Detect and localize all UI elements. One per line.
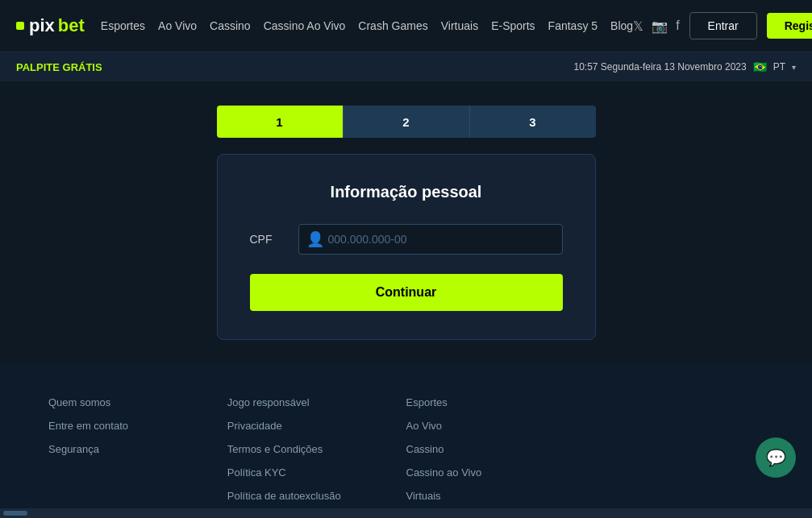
footer-cassino-ao-vivo[interactable]: Cassino ao Vivo xyxy=(406,466,585,479)
footer-politica-kyc[interactable]: Política KYC xyxy=(227,466,406,479)
nav-esportes[interactable]: Esportes xyxy=(101,19,145,32)
chat-icon: 💬 xyxy=(766,448,786,467)
logo-pix: pix xyxy=(29,15,55,36)
nav-blog[interactable]: Blog xyxy=(610,19,633,32)
lang-arrow-icon: ▾ xyxy=(792,63,796,72)
footer-esportes[interactable]: Esportes xyxy=(406,396,585,408)
cpf-row: CPF 👤 xyxy=(250,224,563,255)
footer-cassino[interactable]: Cassino xyxy=(406,443,585,455)
header: pixbet Esportes Ao Vivo Cassino Cassino … xyxy=(0,0,812,52)
facebook-icon[interactable]: f xyxy=(676,19,679,34)
social-icons: 𝕏 📷 f xyxy=(633,19,679,34)
main-nav: Esportes Ao Vivo Cassino Cassino Ao Vivo… xyxy=(101,19,633,32)
logo-dot xyxy=(16,22,24,30)
footer-politica-autoexclusao[interactable]: Política de autoexclusão xyxy=(227,490,406,502)
footer-col-4 xyxy=(585,396,764,518)
cpf-input-wrap: 👤 xyxy=(298,224,563,255)
footer-col-2: Jogo responsável Privacidade Termos e Co… xyxy=(227,396,406,518)
nav-cassino[interactable]: Cassino xyxy=(210,19,251,32)
form-title: Informação pessoal xyxy=(250,183,563,201)
instagram-icon[interactable]: 📷 xyxy=(652,19,668,34)
twitter-icon[interactable]: 𝕏 xyxy=(633,19,643,34)
nav-e-sports[interactable]: E-Sports xyxy=(491,19,535,32)
step-1[interactable]: 1 xyxy=(217,106,343,138)
topbar-right: 10:57 Segunda-feira 13 Novembro 2023 🇧🇷 … xyxy=(574,60,797,73)
nav-ao-vivo[interactable]: Ao Vivo xyxy=(158,19,197,32)
footer-col-3: Esportes Ao Vivo Cassino Cassino ao Vivo… xyxy=(406,396,585,518)
step-3[interactable]: 3 xyxy=(469,106,596,138)
datetime-display: 10:57 Segunda-feira 13 Novembro 2023 xyxy=(574,61,747,73)
footer-ao-vivo[interactable]: Ao Vivo xyxy=(406,420,585,432)
footer-col-1: Quem somos Entre em contato Segurança xyxy=(48,396,227,518)
nav-cassino-ao-vivo[interactable]: Cassino Ao Vivo xyxy=(264,19,346,32)
registro-button[interactable]: Registro xyxy=(767,13,812,39)
language-selector[interactable]: PT xyxy=(773,61,785,73)
nav-fantasy-5[interactable]: Fantasy 5 xyxy=(548,19,598,32)
entrar-button[interactable]: Entrar xyxy=(689,12,757,39)
nav-crash-games[interactable]: Crash Games xyxy=(358,19,427,32)
nav-virtuais[interactable]: Virtuais xyxy=(441,19,478,32)
cpf-label: CPF xyxy=(250,233,298,246)
palpite-gratis: PALPITE GRÁTIS xyxy=(16,61,102,73)
continuar-button[interactable]: Continuar xyxy=(250,274,563,311)
logo-bet: bet xyxy=(58,15,85,36)
footer-jogo-responsavel[interactable]: Jogo responsável xyxy=(227,396,406,408)
scroll-bar[interactable] xyxy=(0,508,812,518)
header-right: 𝕏 📷 f Entrar Registro xyxy=(633,12,812,39)
footer-virtuais[interactable]: Virtuais xyxy=(406,490,585,502)
cpf-input[interactable] xyxy=(298,224,563,255)
chat-button[interactable]: 💬 xyxy=(756,437,796,478)
footer-termos-condicoes[interactable]: Termos e Condições xyxy=(227,443,406,455)
main-content: 1 2 3 Informação pessoal CPF 👤 Continuar xyxy=(0,81,812,364)
registration-form-card: Informação pessoal CPF 👤 Continuar xyxy=(217,154,596,340)
logo[interactable]: pixbet xyxy=(16,15,85,36)
footer-entre-em-contato[interactable]: Entre em contato xyxy=(48,420,227,432)
header-left: pixbet Esportes Ao Vivo Cassino Cassino … xyxy=(16,15,633,36)
steps-container: 1 2 3 xyxy=(217,106,596,138)
topbar: PALPITE GRÁTIS 10:57 Segunda-feira 13 No… xyxy=(0,52,812,81)
footer-privacidade[interactable]: Privacidade xyxy=(227,420,406,432)
scroll-thumb[interactable] xyxy=(3,511,27,516)
user-icon: 👤 xyxy=(306,230,324,248)
footer-seguranca[interactable]: Segurança xyxy=(48,443,227,455)
footer: Quem somos Entre em contato Segurança Jo… xyxy=(0,364,812,518)
step-2[interactable]: 2 xyxy=(343,106,469,138)
footer-quem-somos[interactable]: Quem somos xyxy=(48,396,227,408)
flag-icon: 🇧🇷 xyxy=(753,60,767,73)
